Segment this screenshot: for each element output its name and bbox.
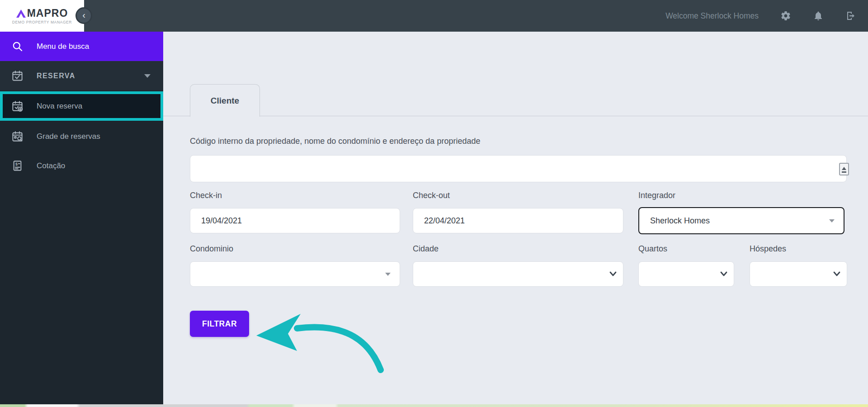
page-bottom-strip (0, 404, 868, 407)
sidebar-item-menu-de-busca[interactable]: Menu de busca (0, 32, 163, 61)
welcome-text: Welcome Sherlock Homes (665, 11, 759, 21)
brand-logo: MAPRO DEMO PROPERTY MANAGER (0, 0, 84, 32)
sidebar-collapse-button[interactable]: ‹ (75, 7, 92, 24)
settings-gear-icon[interactable] (780, 10, 791, 21)
brand-name: MAPRO (27, 7, 68, 19)
app-root: MAPRO DEMO PROPERTY MANAGER ‹ Welcome Sh… (0, 0, 868, 407)
brand-caret-icon (16, 9, 26, 18)
guests-label: Hóspedes (750, 244, 786, 254)
sidebar-item-reserva[interactable]: RESERVA (0, 61, 163, 90)
dropdown-chevron-icon (720, 271, 727, 277)
tab-cliente[interactable]: Cliente (190, 84, 260, 117)
svg-text:$: $ (15, 162, 18, 166)
annotation-arrow-icon (252, 307, 387, 374)
sidebar-item-label: Menu de busca (37, 42, 89, 51)
check-in-label: Check-in (190, 191, 222, 200)
dropdown-triangle-icon (385, 273, 391, 276)
logout-icon[interactable] (845, 10, 856, 21)
sidebar-item-label: Grade de reservas (37, 132, 100, 141)
integrator-label: Integrador (638, 191, 675, 200)
rooms-select[interactable] (638, 261, 734, 287)
sidebar-item-label: Nova reserva (37, 102, 82, 111)
dropdown-triangle-icon (829, 219, 835, 222)
annotation-highlight-box: Nova reserva (0, 91, 163, 121)
chevron-down-icon (144, 74, 151, 78)
sidebar: Menu de busca RESERVA (0, 32, 163, 407)
condo-label: Condominio (190, 244, 233, 254)
property-search-input[interactable] (190, 155, 847, 182)
sidebar-item-label: RESERVA (37, 72, 75, 80)
check-in-input[interactable] (190, 208, 400, 233)
calendar-search-icon (11, 130, 24, 142)
condo-select[interactable] (190, 261, 400, 287)
main-content: Cliente Código interno da propriedade, n… (163, 32, 868, 407)
brand-tagline: DEMO PROPERTY MANAGER (12, 20, 72, 24)
search-icon (11, 40, 24, 52)
sidebar-item-label: Cotação (37, 161, 65, 170)
topbar: MAPRO DEMO PROPERTY MANAGER ‹ Welcome Sh… (0, 0, 868, 32)
quote-document-icon: $ (11, 160, 24, 172)
sidebar-item-cotacao[interactable]: $ Cotação (0, 151, 163, 180)
sidebar-item-grade-de-reservas[interactable]: Grade de reservas (0, 122, 163, 151)
contact-picker-icon[interactable] (839, 163, 849, 175)
contact-picker-arrow (842, 167, 846, 170)
dropdown-chevron-icon (833, 271, 840, 277)
rooms-label: Quartos (638, 244, 667, 254)
contact-picker-bar (842, 171, 846, 173)
notifications-bell-icon[interactable] (813, 10, 824, 21)
brand-row: MAPRO (16, 7, 68, 19)
check-out-label: Check-out (413, 191, 450, 200)
property-search-label: Código interno da propriedade, nome do c… (190, 137, 480, 146)
check-out-input[interactable] (413, 208, 623, 233)
topbar-right: Welcome Sherlock Homes (665, 0, 856, 32)
calendar-add-icon (11, 100, 24, 112)
sidebar-item-nova-reserva[interactable]: Nova reserva (3, 94, 160, 118)
dropdown-chevron-icon (609, 271, 617, 277)
filtrar-button[interactable]: FILTRAR (190, 311, 249, 337)
city-label: Cidade (413, 244, 439, 254)
city-select[interactable] (413, 261, 623, 287)
guests-select[interactable] (750, 261, 847, 287)
integrator-select[interactable]: Sherlock Homes (638, 207, 844, 234)
tab-bar: Cliente (163, 84, 868, 116)
integrator-value: Sherlock Homes (650, 216, 710, 226)
calendar-check-icon (11, 70, 24, 82)
